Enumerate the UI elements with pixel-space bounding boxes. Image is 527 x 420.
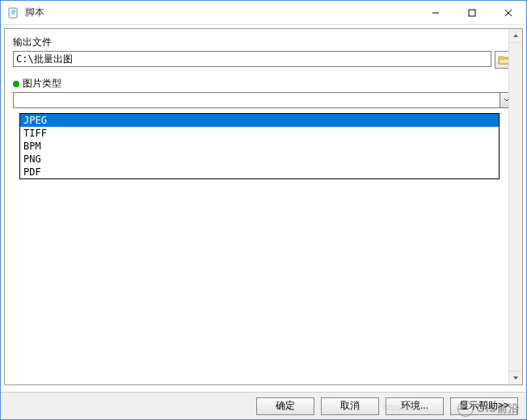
svg-rect-0 — [9, 8, 17, 18]
footer-bar: 确定 取消 环境... 显示帮助>> — [1, 392, 526, 419]
window-title: 脚本 — [25, 6, 417, 19]
image-type-label: 图片类型 — [13, 77, 514, 90]
status-dot-icon — [13, 81, 19, 87]
dropdown-option[interactable]: TIFF — [20, 127, 499, 140]
dropdown-option[interactable]: PNG — [20, 153, 499, 166]
titlebar: 脚本 — [1, 1, 526, 25]
form-panel: 输出文件 图片类型 JPEGTIFFBPMPNGPDF — [4, 28, 523, 385]
image-type-label-text: 图片类型 — [23, 77, 61, 90]
output-file-label: 输出文件 — [13, 36, 514, 49]
help-button[interactable]: 显示帮助>> — [450, 397, 518, 415]
image-type-dropdown[interactable]: JPEGTIFFBPMPNGPDF — [19, 113, 500, 179]
ok-button[interactable]: 确定 — [256, 397, 314, 415]
svg-rect-1 — [469, 10, 475, 16]
minimize-button[interactable] — [417, 1, 453, 24]
output-file-input[interactable] — [13, 51, 491, 67]
environment-button[interactable]: 环境... — [386, 397, 444, 415]
output-file-label-text: 输出文件 — [13, 36, 52, 49]
maximize-button[interactable] — [453, 1, 490, 24]
dropdown-option[interactable]: JPEG — [20, 114, 499, 127]
vertical-scrollbar[interactable] — [508, 29, 522, 384]
cancel-button[interactable]: 取消 — [321, 397, 379, 415]
dropdown-option[interactable]: BPM — [20, 140, 499, 153]
close-button[interactable] — [490, 1, 526, 24]
dropdown-option[interactable]: PDF — [20, 166, 499, 178]
image-type-input[interactable] — [13, 92, 500, 108]
app-icon — [7, 6, 20, 19]
scroll-up-icon[interactable] — [509, 29, 522, 43]
scroll-down-icon[interactable] — [509, 371, 522, 384]
